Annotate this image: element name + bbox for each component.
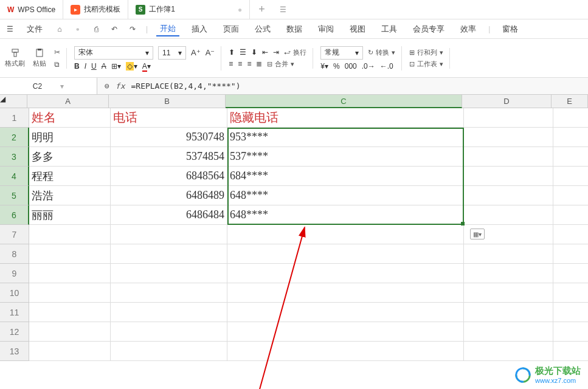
cell-D9[interactable] bbox=[464, 264, 553, 283]
font-decrease-button[interactable]: A⁻ bbox=[206, 48, 215, 57]
undo-icon[interactable]: ↶ bbox=[109, 24, 119, 34]
cell-C10[interactable] bbox=[227, 283, 464, 303]
indent-inc-button[interactable]: ⇥ bbox=[273, 48, 279, 57]
cell-D11[interactable] bbox=[464, 303, 553, 322]
cell-C7[interactable] bbox=[227, 225, 464, 244]
print-icon[interactable]: ⎙ bbox=[91, 24, 101, 34]
cell-D4[interactable] bbox=[464, 167, 553, 186]
redo-icon[interactable]: ↷ bbox=[128, 24, 137, 34]
cell-C12[interactable] bbox=[227, 322, 464, 342]
col-header-A[interactable]: A bbox=[27, 95, 109, 108]
font-name-select[interactable]: 宋体▾ bbox=[74, 46, 153, 60]
menu-formula[interactable]: 公式 bbox=[251, 22, 274, 36]
copy-button[interactable]: ⧉ bbox=[54, 60, 60, 69]
decimal-dec-button[interactable]: ←.0 bbox=[380, 62, 393, 71]
cell-A5[interactable]: 浩浩 bbox=[29, 186, 111, 205]
tab-wps[interactable]: W WPS Office bbox=[0, 0, 63, 19]
autofill-options-button[interactable]: ▦▾ bbox=[470, 229, 485, 239]
cut-button[interactable]: ✂ bbox=[54, 48, 60, 57]
row-header-13[interactable]: 13 bbox=[0, 342, 29, 361]
cell-A2[interactable]: 明明 bbox=[29, 128, 111, 147]
cell-E10[interactable] bbox=[553, 283, 588, 303]
row-header-11[interactable]: 11 bbox=[0, 303, 29, 322]
cell-C1[interactable]: 隐藏电话 bbox=[227, 108, 464, 128]
cell-A12[interactable] bbox=[29, 322, 111, 342]
cell-B2[interactable]: 9530748 bbox=[111, 128, 227, 147]
col-header-C[interactable]: C bbox=[226, 95, 462, 108]
format-painter-button[interactable]: 格式刷 bbox=[5, 48, 25, 68]
cell-B11[interactable] bbox=[111, 303, 227, 322]
align-middle-button[interactable]: ☰ bbox=[240, 48, 246, 57]
cell-A1[interactable]: 姓名 bbox=[29, 108, 111, 128]
cell-E11[interactable] bbox=[553, 303, 588, 322]
cell-C9[interactable] bbox=[227, 264, 464, 283]
name-box[interactable]: C2 ▾ bbox=[0, 78, 97, 94]
font-increase-button[interactable]: A⁺ bbox=[191, 48, 201, 57]
tab-workbook[interactable]: S 工作簿1 ● bbox=[128, 0, 250, 19]
cell-B6[interactable]: 6486484 bbox=[111, 205, 227, 225]
fx-icon[interactable]: fx bbox=[116, 81, 125, 91]
strike-button[interactable]: A bbox=[102, 62, 106, 71]
cell-E13[interactable] bbox=[553, 342, 588, 361]
cell-E3[interactable] bbox=[553, 147, 588, 167]
align-top-button[interactable]: ⬆ bbox=[229, 48, 235, 57]
row-header-1[interactable]: 1 bbox=[0, 108, 29, 128]
col-header-B[interactable]: B bbox=[109, 95, 226, 108]
menu-file[interactable]: 文件 bbox=[23, 22, 46, 36]
cell-E6[interactable] bbox=[553, 205, 588, 225]
menu-page[interactable]: 页面 bbox=[220, 22, 243, 36]
home-icon[interactable]: ⌂ bbox=[55, 24, 64, 34]
align-justify-button[interactable]: ≣ bbox=[256, 60, 262, 68]
cell-A13[interactable] bbox=[29, 342, 111, 361]
cell-A8[interactable] bbox=[29, 244, 111, 264]
col-header-D[interactable]: D bbox=[462, 95, 552, 108]
font-size-select[interactable]: 11▾ bbox=[158, 46, 186, 60]
align-right-button[interactable]: ≡ bbox=[247, 60, 251, 68]
cell-E2[interactable] bbox=[553, 128, 588, 147]
tab-add-button[interactable]: + bbox=[250, 3, 274, 16]
cell-B1[interactable]: 电话 bbox=[111, 108, 227, 128]
menu-insert[interactable]: 插入 bbox=[188, 22, 211, 36]
cell-D13[interactable] bbox=[464, 342, 553, 361]
merge-button[interactable]: ⊟ 合并▾ bbox=[267, 60, 294, 69]
menu-data[interactable]: 数据 bbox=[283, 22, 306, 36]
menu-start[interactable]: 开始 bbox=[156, 22, 179, 36]
cell-E1[interactable] bbox=[553, 108, 588, 128]
row-header-12[interactable]: 12 bbox=[0, 322, 29, 342]
cell-B12[interactable] bbox=[111, 322, 227, 342]
cell-C4[interactable]: 684**** bbox=[227, 167, 464, 186]
align-left-button[interactable]: ≡ bbox=[229, 60, 233, 68]
paste-button[interactable]: 粘贴 bbox=[30, 48, 49, 68]
cell-B9[interactable] bbox=[111, 264, 227, 283]
font-color-button[interactable]: A▾ bbox=[142, 62, 151, 71]
cell-C11[interactable] bbox=[227, 303, 464, 322]
currency-button[interactable]: ¥▾ bbox=[320, 62, 328, 71]
cell-D5[interactable] bbox=[464, 186, 553, 205]
cell-B13[interactable] bbox=[111, 342, 227, 361]
cell-D8[interactable] bbox=[464, 244, 553, 264]
cell-E7[interactable] bbox=[553, 225, 588, 244]
cell-B10[interactable] bbox=[111, 283, 227, 303]
cell-A11[interactable] bbox=[29, 303, 111, 322]
italic-button[interactable]: I bbox=[85, 62, 86, 71]
cell-A10[interactable] bbox=[29, 283, 111, 303]
row-header-7[interactable]: 7 bbox=[0, 225, 29, 244]
row-header-8[interactable]: 8 bbox=[0, 244, 29, 264]
cell-E12[interactable] bbox=[553, 322, 588, 342]
cell-E4[interactable] bbox=[553, 167, 588, 186]
cell-C5[interactable]: 648**** bbox=[227, 186, 464, 205]
cell-A3[interactable]: 多多 bbox=[29, 147, 111, 167]
cell-D6[interactable] bbox=[464, 205, 553, 225]
tab-list-button[interactable]: ☰ bbox=[274, 5, 292, 14]
cell-D12[interactable] bbox=[464, 322, 553, 342]
indent-dec-button[interactable]: ⇤ bbox=[262, 48, 268, 57]
border-button[interactable]: ⊞▾ bbox=[111, 62, 121, 71]
percent-button[interactable]: % bbox=[333, 62, 340, 71]
select-all-corner[interactable]: ◢ bbox=[0, 95, 27, 108]
save-icon[interactable]: ▫ bbox=[73, 24, 83, 34]
cell-D1[interactable] bbox=[464, 108, 553, 128]
cell-C8[interactable] bbox=[227, 244, 464, 264]
cell-D3[interactable] bbox=[464, 147, 553, 167]
cell-B3[interactable]: 5374854 bbox=[111, 147, 227, 167]
cell-E9[interactable] bbox=[553, 264, 588, 283]
